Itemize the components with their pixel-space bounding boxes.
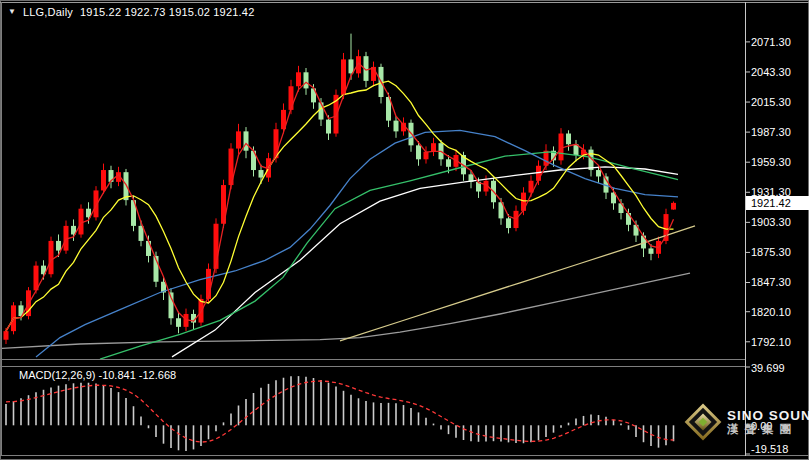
ma-blue [36,130,678,357]
macd-axis-label: 39.699 [751,362,807,374]
price-axis-label: 1792.10 [751,336,807,348]
watermark-brand-en: SINO SOUND [727,408,809,424]
symbol-header: ▼ LLG,Daily 1915.22 1922.73 1915.02 1921… [8,6,254,18]
trading-terminal-window: ▼ LLG,Daily 1915.22 1922.73 1915.02 1921… [0,0,809,460]
chart-canvas[interactable] [0,0,809,460]
price-axis-label: 2071.30 [751,36,807,48]
ohlc-readout: 1915.22 1922.73 1915.02 1921.42 [80,6,254,18]
ma-gray [2,273,690,348]
price-axis-label: 2015.30 [751,96,807,108]
broker-watermark: SINO SOUND 漢聲集團 [688,407,809,437]
ma-fast-red [6,63,674,331]
ma-green [100,152,678,359]
price-axis-label: 1847.30 [751,276,807,288]
price-axis-label: 1987.30 [751,126,807,138]
price-axis-label: 1959.30 [751,156,807,168]
chevron-down-icon[interactable]: ▼ [8,8,16,16]
macd-signal-line [6,381,674,442]
price-axis-label: 1903.30 [751,216,807,228]
price-axis-label: 1820.10 [751,306,807,318]
symbol-timeframe-label: LLG,Daily [23,6,73,18]
macd-indicator-label: MACD(12,26,9) -10.841 -12.668 [19,369,176,381]
watermark-brand-cn: 漢聲集團 [727,423,809,436]
price-axis-label: 1875.30 [751,246,807,258]
current-price-badge: 1921.42 [746,196,809,210]
price-axis-label: 2043.30 [751,66,807,78]
sino-sound-diamond-icon [688,407,718,437]
macd-axis-label: -19.518 [751,443,807,455]
